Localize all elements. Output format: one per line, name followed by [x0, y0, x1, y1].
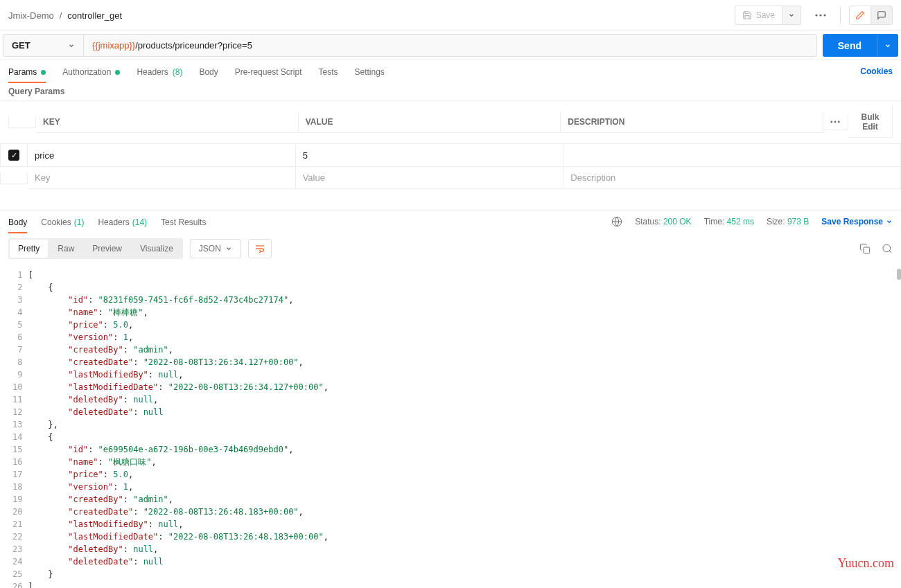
size-label: Size:: [767, 217, 785, 226]
row-checkbox-cell: [0, 172, 28, 184]
param-value-input[interactable]: [303, 172, 557, 183]
edit-mode-button[interactable]: [850, 6, 871, 24]
resp-tab-cookies-count: (1): [74, 217, 85, 227]
description-header: DESCRIPTION: [561, 112, 823, 133]
tab-settings[interactable]: Settings: [355, 60, 385, 82]
resp-tab-body[interactable]: Body: [8, 211, 27, 233]
checkbox-header: [8, 116, 36, 128]
svg-point-3: [830, 121, 832, 123]
copy-button[interactable]: [859, 243, 871, 254]
pencil-icon: [855, 10, 865, 20]
status-block[interactable]: Status: 200 OK: [635, 217, 691, 226]
param-desc-input[interactable]: [570, 150, 893, 161]
scrollbar-thumb[interactable]: [897, 269, 901, 280]
divider: [840, 7, 841, 24]
globe-icon[interactable]: [611, 216, 622, 227]
param-desc-input[interactable]: [570, 172, 893, 183]
resp-tab-headers[interactable]: Headers (14): [98, 211, 147, 233]
line-gutter: 1234567891011121314151617181920212223242…: [0, 265, 28, 588]
table-row-empty: [0, 167, 901, 189]
size-value: 973 B: [787, 217, 809, 226]
send-button[interactable]: Send: [823, 34, 877, 57]
tab-authorization[interactable]: Authorization: [62, 60, 120, 82]
save-chevron[interactable]: [782, 6, 801, 25]
svg-point-5: [838, 121, 840, 123]
value-header: VALUE: [299, 112, 561, 133]
tab-tests-label: Tests: [318, 67, 338, 77]
tab-prerequest[interactable]: Pre-request Script: [235, 60, 302, 82]
send-chevron[interactable]: [877, 34, 898, 57]
svg-point-10: [883, 244, 891, 252]
status-label: Status:: [635, 217, 661, 226]
resp-tab-body-label: Body: [8, 217, 27, 227]
more-actions-button[interactable]: [810, 11, 832, 19]
svg-point-1: [819, 14, 821, 16]
breadcrumb-current[interactable]: controller_get: [67, 10, 122, 21]
tab-headers[interactable]: Headers (8): [137, 60, 182, 82]
response-tabs: Body Cookies (1) Headers (14) Test Resul…: [8, 211, 206, 233]
size-block[interactable]: Size: 973 B: [767, 217, 809, 226]
save-response-button[interactable]: Save Response: [821, 217, 893, 226]
language-label: JSON: [199, 244, 221, 253]
save-button[interactable]: Save: [735, 6, 782, 25]
table-row: ✓: [0, 144, 901, 167]
query-params-title: Query Params: [0, 82, 901, 100]
tab-params[interactable]: Params: [8, 60, 46, 82]
time-label: Time:: [704, 217, 725, 226]
search-button[interactable]: [882, 243, 893, 254]
tab-params-label: Params: [8, 67, 37, 77]
chevron-down-icon: [68, 42, 75, 49]
param-key-input[interactable]: [35, 150, 288, 161]
time-block[interactable]: Time: 452 ms: [704, 217, 754, 226]
seg-preview[interactable]: Preview: [84, 240, 130, 258]
resp-tab-tests[interactable]: Test Results: [161, 211, 206, 233]
table-options[interactable]: [823, 115, 848, 130]
svg-rect-9: [864, 247, 870, 253]
tab-headers-count: (8): [173, 67, 183, 77]
cookies-link[interactable]: Cookies: [860, 66, 893, 76]
comment-icon: [877, 10, 886, 20]
resp-tab-tests-label: Test Results: [161, 217, 206, 227]
response-bar: Body Cookies (1) Headers (14) Test Resul…: [0, 210, 901, 233]
comment-mode-button[interactable]: [871, 6, 892, 24]
copy-icon: [859, 243, 871, 254]
response-meta: Status: 200 OK Time: 452 ms Size: 973 B …: [611, 216, 893, 227]
code-content[interactable]: [ { "id": "8231f059-7451-fc6f-8d52-473c4…: [28, 265, 901, 588]
save-label: Save: [756, 10, 775, 20]
svg-point-0: [815, 14, 817, 16]
tab-body[interactable]: Body: [199, 60, 218, 82]
url-input[interactable]: {{jmixapp}}/products/priceunder?price=5: [84, 35, 816, 56]
method-label: GET: [12, 40, 30, 51]
breadcrumb-separator: /: [60, 10, 62, 21]
seg-visualize[interactable]: Visualize: [132, 240, 182, 258]
resp-tab-cookies[interactable]: Cookies (1): [41, 211, 84, 233]
breadcrumb-root[interactable]: Jmix-Demo: [8, 10, 54, 21]
chevron-down-icon: [884, 42, 891, 49]
seg-raw[interactable]: Raw: [49, 240, 82, 258]
search-icon: [882, 243, 893, 254]
method-dropdown[interactable]: GET: [3, 35, 84, 56]
tab-tests[interactable]: Tests: [318, 60, 338, 82]
view-mode-group: [849, 6, 893, 25]
auth-indicator-icon: [115, 70, 120, 75]
tab-headers-label: Headers: [137, 67, 168, 77]
param-value-input[interactable]: [303, 150, 557, 161]
url-group: GET {{jmixapp}}/products/priceunder?pric…: [3, 34, 817, 57]
param-key-input[interactable]: [35, 172, 288, 183]
query-params-table: KEY VALUE DESCRIPTION Bulk Edit ✓: [0, 100, 901, 189]
dots-icon: [815, 14, 826, 17]
watermark: Yuucn.com: [838, 557, 894, 569]
response-body-viewer[interactable]: 1234567891011121314151617181920212223242…: [0, 265, 901, 588]
header-actions: Save: [735, 6, 893, 25]
wrap-toggle-button[interactable]: [248, 239, 272, 258]
bulk-edit-button[interactable]: Bulk Edit: [848, 107, 893, 138]
chevron-down-icon: [225, 245, 232, 252]
seg-pretty[interactable]: Pretty: [10, 240, 48, 258]
time-value: 452 ms: [727, 217, 754, 226]
send-group: Send: [823, 34, 898, 57]
row-checkbox-cell[interactable]: ✓: [0, 144, 28, 167]
tab-settings-label: Settings: [355, 67, 385, 77]
chevron-down-icon: [886, 218, 893, 225]
tab-auth-label: Authorization: [62, 67, 111, 77]
language-dropdown[interactable]: JSON: [190, 239, 241, 258]
